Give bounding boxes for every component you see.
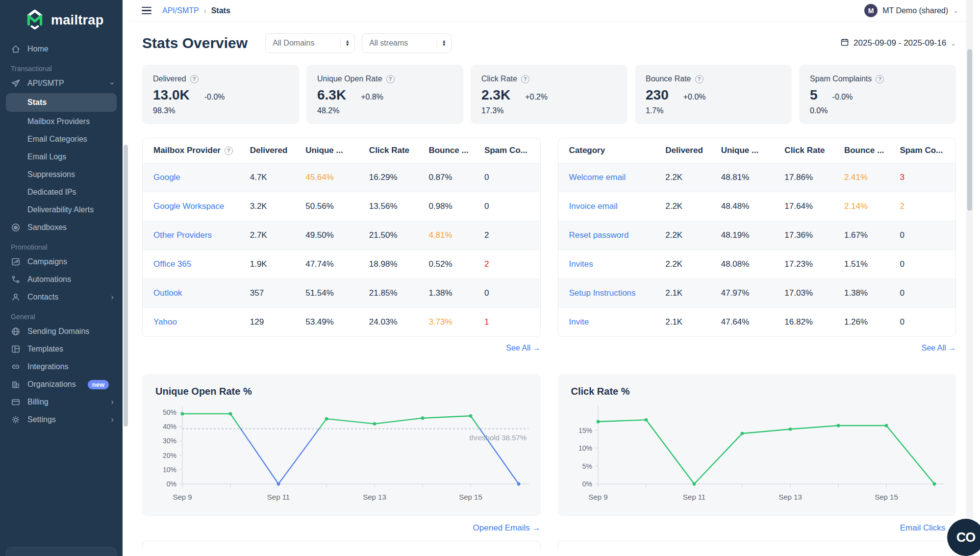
help-icon[interactable]: ? xyxy=(521,75,529,83)
domains-select[interactable]: All Domains ▲▼ xyxy=(265,33,355,53)
sidebar-item-templates[interactable]: Templates xyxy=(0,340,123,358)
category-name-link[interactable]: Invoice email xyxy=(558,192,662,221)
category-row: Reset password2.2K48.19%17.36%1.67%0 xyxy=(558,221,956,250)
category-cell: 1.38% xyxy=(840,279,896,308)
provider-name-link[interactable]: Other Providers xyxy=(143,221,246,250)
stat-card-rate: 98.3% xyxy=(153,106,288,115)
provider-name-link[interactable]: Google xyxy=(143,163,246,192)
category-cell: 17.03% xyxy=(780,279,840,308)
stat-card-rate: 1.7% xyxy=(646,106,781,115)
date-range-picker[interactable]: 2025-09-09 - 2025-09-16 ⌄ xyxy=(840,38,956,49)
sidebar-item-sandboxes[interactable]: Sandboxes xyxy=(0,219,123,236)
category-cell: 2.1K xyxy=(661,279,717,308)
sidebar-item-email-categories[interactable]: Email Categories xyxy=(0,130,123,148)
settings-icon xyxy=(11,415,21,425)
help-icon[interactable]: ? xyxy=(876,75,884,83)
provider-cell: 2.7K xyxy=(246,221,302,250)
category-name-link[interactable]: Invites xyxy=(558,250,662,279)
streams-select[interactable]: All streams ▲▼ xyxy=(362,33,452,53)
help-widget-button[interactable]: CO xyxy=(947,519,980,556)
sidebar-item-settings[interactable]: Settings› xyxy=(0,411,123,429)
sidebar-scrollbar[interactable] xyxy=(123,0,129,556)
help-icon[interactable]: ? xyxy=(225,147,233,155)
mailtrap-wordmark: mailtrap xyxy=(51,13,103,28)
sandbox-icon xyxy=(11,223,21,232)
contacts-icon xyxy=(11,292,21,302)
sidebar-item-label: Sandboxes xyxy=(27,223,67,232)
provider-header-bounce-: Bounce ... xyxy=(425,138,480,163)
sidebar-item-email-logs[interactable]: Email Logs xyxy=(0,148,123,166)
category-cell: 2.2K xyxy=(661,250,717,279)
provider-name-link[interactable]: Yahoo xyxy=(143,308,246,337)
sidebar-item-integrations[interactable]: Integrations xyxy=(0,358,123,376)
account-menu[interactable]: M MT Demo (shared) ⌄ xyxy=(864,4,958,17)
provider-name-link[interactable]: Google Workspace xyxy=(143,192,246,221)
sidebar-item-label: Stats xyxy=(27,98,47,107)
svg-text:10%: 10% xyxy=(163,466,176,474)
sidebar-item-dedicated-ips[interactable]: Dedicated IPs xyxy=(0,183,123,201)
category-cell: 0 xyxy=(896,279,955,308)
svg-text:Sep 13: Sep 13 xyxy=(363,493,386,501)
sidebar-item-deliverability-alerts[interactable]: Deliverability Alerts xyxy=(0,201,123,219)
sidebar-item-contacts[interactable]: Contacts› xyxy=(0,288,123,306)
provider-cell: 1.9K xyxy=(246,250,302,279)
category-table: CategoryDeliveredUnique ...Click RateBou… xyxy=(558,138,956,337)
provider-header-delivered: Delivered xyxy=(246,138,302,163)
category-cell: 1.51% xyxy=(840,250,896,279)
category-cell: 47.97% xyxy=(717,279,781,308)
provider-cell: 18.98% xyxy=(365,250,425,279)
provider-cell: 2 xyxy=(480,250,540,279)
provider-row: Other Providers2.7K49.50%21.50%4.81%2 xyxy=(143,221,540,250)
help-icon[interactable]: ? xyxy=(190,75,199,83)
sidebar-item-organizations[interactable]: Organizationsnew xyxy=(0,376,123,393)
chart-links-row: Opened Emails → Email Clicks → xyxy=(142,523,956,533)
sidebar: mailtrap HomeTransactionalAPI/SMTP›Stats… xyxy=(0,0,123,556)
sidebar-item-suppressions[interactable]: Suppressions xyxy=(0,166,123,183)
svg-text:15%: 15% xyxy=(578,427,592,434)
stat-card-delta: -0.0% xyxy=(204,93,225,101)
sidebar-section-transactional: Transactional xyxy=(0,63,123,75)
provider-cell: 1.38% xyxy=(425,279,480,308)
help-icon[interactable]: ? xyxy=(386,75,395,83)
category-name-link[interactable]: Reset password xyxy=(558,221,662,250)
category-name-link[interactable]: Invite xyxy=(558,308,662,337)
category-name-link[interactable]: Welcome email xyxy=(558,163,662,192)
stat-cards-row: Delivered?13.0K-0.0%98.3%Unique Open Rat… xyxy=(142,65,956,124)
sidebar-item-sending-domains[interactable]: Sending Domains xyxy=(0,323,123,340)
sidebar-item-api-smtp[interactable]: API/SMTP› xyxy=(0,75,123,92)
stat-card-unique-open-rate: Unique Open Rate?6.3K+0.8%48.2% xyxy=(306,65,463,124)
stat-card-rate: 48.2% xyxy=(317,106,452,115)
main-scrollbar[interactable] xyxy=(966,0,973,556)
provider-cell: 49.50% xyxy=(302,221,365,250)
sidebar-item-campaigns[interactable]: Campaigns xyxy=(0,253,123,271)
category-cell: 2.14% xyxy=(840,192,896,221)
domains-select-value: All Domains xyxy=(273,39,314,48)
category-see-all-link[interactable]: See All → xyxy=(922,344,956,353)
provider-name-link[interactable]: Office 365 xyxy=(143,250,246,279)
provider-cell: 50.56% xyxy=(302,192,365,221)
sidebar-item-stats[interactable]: Stats xyxy=(6,93,117,112)
topbar: API/SMTP › Stats M MT Demo (shared) ⌄ xyxy=(129,0,973,22)
sidebar-item-home[interactable]: Home xyxy=(0,40,123,58)
stat-card-label: Unique Open Rate xyxy=(317,75,382,83)
sidebar-item-mailbox-providers[interactable]: Mailbox Providers xyxy=(0,113,123,130)
stat-card-delta: +0.8% xyxy=(361,93,383,101)
stat-card-label: Spam Complaints xyxy=(810,75,872,83)
main-scrollbar-thumb[interactable] xyxy=(967,49,972,211)
breadcrumb-parent[interactable]: API/SMTP xyxy=(162,6,199,15)
sidebar-item-automations[interactable]: Automations xyxy=(0,271,123,288)
category-cell: 17.86% xyxy=(780,163,840,192)
hamburger-menu-icon[interactable] xyxy=(142,7,151,15)
stat-card-value: 5 xyxy=(810,87,818,103)
category-name-link[interactable]: Setup Instructions xyxy=(558,279,662,308)
select-divider xyxy=(437,39,437,48)
help-icon[interactable]: ? xyxy=(695,75,704,83)
provider-name-link[interactable]: Outlook xyxy=(143,279,246,308)
provider-see-all-link[interactable]: See All → xyxy=(506,344,540,353)
sidebar-item-billing[interactable]: Billing› xyxy=(0,393,123,411)
integrations-icon xyxy=(11,362,21,372)
avatar[interactable]: M xyxy=(864,4,878,17)
provider-cell: 4.7K xyxy=(246,163,302,192)
sidebar-scrollbar-thumb[interactable] xyxy=(124,145,128,427)
opened-emails-link[interactable]: Opened Emails → xyxy=(473,523,541,533)
